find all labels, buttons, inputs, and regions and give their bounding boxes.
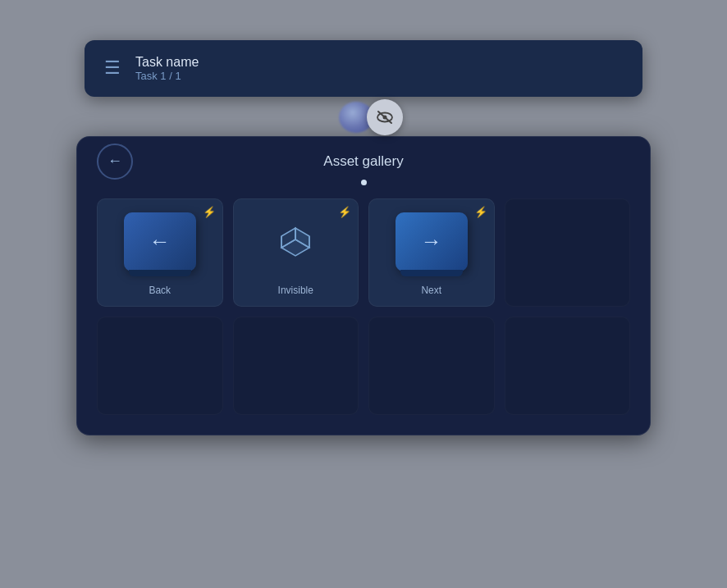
task-panel: ☰ Task name Task 1 / 1 — [85, 40, 642, 97]
eye-strikethrough-icon — [376, 110, 394, 125]
asset-item-next[interactable]: ⚡ → Next — [368, 198, 495, 307]
gallery-panel: ← Asset gallery ⚡ ← Back ⚡ — [76, 136, 651, 435]
menu-icon: ☰ — [104, 59, 121, 77]
page-indicator — [97, 180, 630, 185]
cube-icon — [267, 213, 324, 271]
cube-visual — [254, 209, 336, 275]
invisible-label: Invisible — [278, 285, 313, 296]
task-count-label: Task 1 / 1 — [135, 70, 199, 82]
asset-item-back[interactable]: ⚡ ← Back — [97, 198, 223, 307]
gallery-header: ← Asset gallery — [97, 153, 630, 170]
back-label: Back — [149, 285, 171, 296]
back-card-visual: ← — [119, 209, 201, 275]
asset-item-empty-3 — [233, 317, 359, 415]
gallery-title: Asset gallery — [97, 153, 630, 170]
back-button[interactable]: ← — [97, 144, 133, 180]
next-label: Next — [421, 285, 441, 296]
back-card-arrow-icon: ← — [149, 229, 171, 254]
asset-grid: ⚡ ← Back ⚡ — [97, 198, 630, 415]
task-name-label: Task name — [135, 55, 199, 70]
asset-item-empty-2 — [97, 317, 223, 415]
asset-item-empty-4 — [368, 317, 495, 415]
page-dot — [361, 180, 367, 185]
asset-item-empty-1 — [505, 198, 631, 307]
next-card: → — [396, 212, 468, 271]
asset-item-empty-5 — [505, 317, 631, 415]
asset-item-invisible[interactable]: ⚡ — [233, 198, 359, 307]
back-arrow-icon: ← — [107, 153, 122, 170]
lightning-icon-next: ⚡ — [474, 206, 487, 218]
next-card-arrow-icon: → — [421, 229, 442, 254]
back-card: ← — [124, 212, 196, 271]
lightning-icon-back: ⚡ — [203, 206, 216, 218]
task-info: Task name Task 1 / 1 — [135, 55, 199, 82]
connector-area — [52, 97, 675, 138]
lightning-icon-invisible: ⚡ — [338, 206, 351, 218]
next-card-visual: → — [391, 209, 473, 275]
eye-button[interactable] — [367, 99, 403, 135]
